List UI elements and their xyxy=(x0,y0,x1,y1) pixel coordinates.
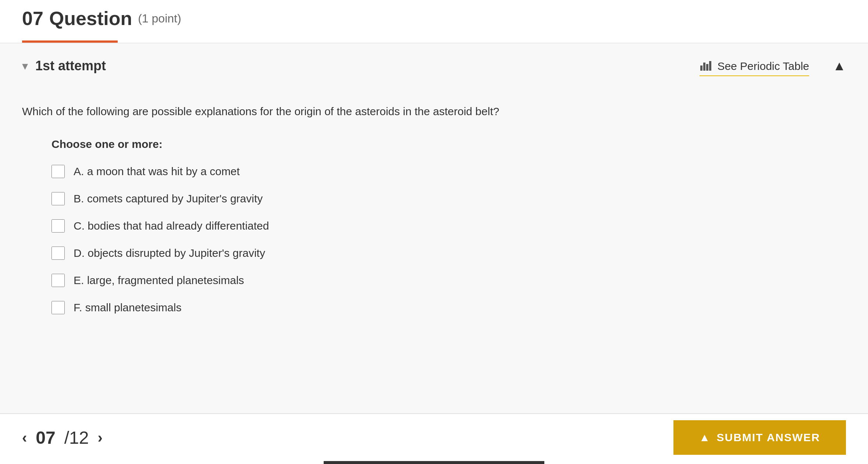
attempt-label: 1st attempt xyxy=(35,58,106,74)
checkbox-c[interactable] xyxy=(51,219,65,233)
question-title: Question xyxy=(49,7,132,29)
upload-icon: ▲ xyxy=(699,431,711,444)
pagination: ‹ 07 /12 › xyxy=(22,428,103,448)
periodic-table-link[interactable]: See Periodic Table xyxy=(700,58,809,76)
footer-bar: ‹ 07 /12 › ▲ SUBMIT ANSWER xyxy=(0,413,868,461)
option-item-e[interactable]: E. large, fragmented planetesimals xyxy=(51,273,846,288)
page-current: 07 xyxy=(36,428,55,448)
attempt-section: ▾ 1st attempt ▲ See Periodic Table Which… xyxy=(0,43,868,413)
option-item-f[interactable]: F. small planetesimals xyxy=(51,300,846,315)
next-page-button[interactable]: › xyxy=(97,429,102,446)
chevron-down-icon[interactable]: ▾ xyxy=(22,59,28,73)
option-text-d: D. objects disrupted by Jupiter's gravit… xyxy=(74,245,265,261)
submit-answer-button[interactable]: ▲ SUBMIT ANSWER xyxy=(673,420,846,455)
main-container: 07 Question (1 point) ▾ 1st attempt ▲ xyxy=(0,0,868,464)
option-text-c: C. bodies that had already differentiate… xyxy=(74,218,269,234)
question-number: 07 xyxy=(22,7,43,29)
option-item-d[interactable]: D. objects disrupted by Jupiter's gravit… xyxy=(51,245,846,261)
svg-rect-2 xyxy=(706,64,708,71)
choose-label: Choose one or more: xyxy=(51,138,846,150)
option-text-e: E. large, fragmented planetesimals xyxy=(74,273,244,288)
page-total: /12 xyxy=(64,428,89,448)
svg-rect-3 xyxy=(709,61,711,71)
option-item-a[interactable]: A. a moon that was hit by a comet xyxy=(51,164,846,179)
checkbox-b[interactable] xyxy=(51,192,65,205)
periodic-table-text: See Periodic Table xyxy=(717,60,809,72)
option-item-c[interactable]: C. bodies that had already differentiate… xyxy=(51,218,846,234)
attempt-left: ▾ 1st attempt xyxy=(22,58,106,74)
options-list: A. a moon that was hit by a comet B. com… xyxy=(51,164,846,315)
checkbox-a[interactable] xyxy=(51,165,65,178)
option-text-f: F. small planetesimals xyxy=(74,300,181,315)
collapse-icon[interactable]: ▲ xyxy=(833,58,846,74)
option-item-b[interactable]: B. comets captured by Jupiter's gravity xyxy=(51,191,846,206)
periodic-table-icon xyxy=(700,58,713,74)
checkbox-d[interactable] xyxy=(51,247,65,260)
svg-rect-1 xyxy=(703,63,705,71)
svg-rect-0 xyxy=(700,65,702,71)
checkbox-f[interactable] xyxy=(51,301,65,314)
bottom-bar xyxy=(324,461,544,464)
header-section: 07 Question (1 point) xyxy=(0,0,868,43)
question-text: Which of the following are possible expl… xyxy=(22,103,846,120)
question-header: 07 Question (1 point) xyxy=(22,7,846,33)
checkbox-e[interactable] xyxy=(51,274,65,287)
submit-label: SUBMIT ANSWER xyxy=(716,431,820,444)
option-text-b: B. comets captured by Jupiter's gravity xyxy=(74,191,263,206)
option-text-a: A. a moon that was hit by a comet xyxy=(74,164,240,179)
question-points: (1 point) xyxy=(138,12,181,25)
prev-page-button[interactable]: ‹ xyxy=(22,429,27,446)
